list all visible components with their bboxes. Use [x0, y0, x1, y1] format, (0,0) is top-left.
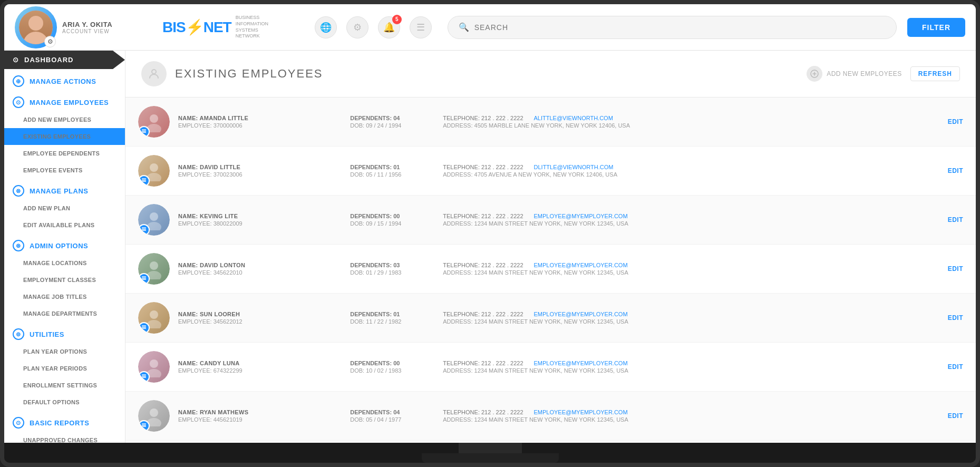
add-new-employees-button[interactable]: ADD NEW EMPLOYEES — [807, 66, 902, 82]
svg-rect-31 — [142, 375, 146, 376]
employee-telephone: TELEPHONE: 212 . 222 . 2222 — [443, 164, 523, 170]
svg-rect-14 — [142, 229, 146, 230]
employee-edit-button[interactable]: EDIT — [942, 265, 963, 273]
employee-contact-info: TELEPHONE: 212 . 222 . 2222 DLITTLE@VIEW… — [443, 164, 934, 178]
employee-contact-info: TELEPHONE: 212 . 222 . 2222 EMPLOYEE@MYE… — [443, 360, 934, 374]
employee-email[interactable]: EMPLOYEE@MYEMPLOYER.COM — [534, 360, 628, 366]
svg-rect-25 — [142, 328, 146, 329]
notification-icon[interactable]: 🔔 5 — [378, 16, 400, 38]
logo-subtitle: BUSINESS INFORMATION SYSTEMS NETWORK — [236, 15, 283, 40]
employee-badge-icon — [138, 322, 150, 334]
svg-rect-15 — [142, 230, 146, 231]
globe-icon[interactable]: 🌐 — [315, 16, 337, 38]
sidebar-label-utilities: UTILITIES — [30, 330, 64, 338]
employee-contact-line: TELEPHONE: 212 . 222 . 2222 EMPLOYEE@MYE… — [443, 262, 934, 268]
employee-edit-button[interactable]: EDIT — [942, 363, 963, 371]
sidebar-item-basic-reports[interactable]: ⊙ BASIC REPORTS — [4, 411, 125, 432]
employee-email[interactable]: DLITTLE@VIEWNORTH.COM — [534, 164, 614, 170]
sidebar-item-employee-dependents[interactable]: EMPLOYEE DEPENDENTS — [4, 145, 125, 162]
sidebar-item-manage-departments[interactable]: MANAGE DEPARTMENTS — [4, 305, 125, 322]
user-avatar[interactable]: ⚙ — [15, 6, 57, 48]
employee-name-info: NAME: DAVID LITTLE EMPLOYEE: 370023006 — [178, 164, 342, 178]
sidebar-item-enrollment-settings[interactable]: ENROLLMENT SETTINGS — [4, 377, 125, 394]
search-icon: 🔍 — [459, 22, 469, 32]
employee-edit-button[interactable]: EDIT — [942, 412, 963, 420]
employee-email[interactable]: ALITTLE@VIEWNORTH.COM — [534, 115, 613, 121]
logo-text: BIS⚡NET — [162, 18, 231, 36]
sidebar-item-dashboard[interactable]: ⊙ DASHBOARD — [4, 51, 125, 69]
sidebar-label-plan-year-options: PLAN YEAR OPTIONS — [23, 348, 87, 355]
sidebar-label-manage-employees: MANAGE EMPLOYEES — [30, 99, 109, 106]
employee-email[interactable]: EMPLOYEE@MYEMPLOYER.COM — [534, 311, 628, 317]
sidebar-item-manage-plans[interactable]: ⊗ MANAGE PLANS — [4, 179, 125, 200]
manage-actions-icon: ⊕ — [13, 75, 24, 87]
menu-icon[interactable]: ☰ — [410, 16, 432, 38]
employee-contact-line: TELEPHONE: 212 . 222 . 2222 EMPLOYEE@MYE… — [443, 409, 934, 415]
employee-dob: DOB: 09 / 24 / 1994 — [350, 122, 434, 129]
employee-contact-info: TELEPHONE: 212 . 222 . 2222 ALITTLE@VIEW… — [443, 115, 934, 129]
page-title-area: EXISTING EMPLOYEES — [141, 61, 323, 86]
employee-contact-line: TELEPHONE: 212 . 222 . 2222 DLITTLE@VIEW… — [443, 164, 934, 170]
sidebar-label-dashboard: DASHBOARD — [24, 56, 74, 64]
employee-id: EMPLOYEE: 370000006 — [178, 122, 342, 129]
refresh-button[interactable]: REFRESH — [910, 66, 960, 81]
search-input[interactable] — [474, 23, 886, 32]
employee-edit-button[interactable]: EDIT — [942, 167, 963, 174]
employee-contact-line: TELEPHONE: 212 . 222 . 2222 EMPLOYEE@MYE… — [443, 213, 934, 219]
employee-telephone: TELEPHONE: 212 . 222 . 2222 — [443, 409, 523, 415]
user-name: ARIA Y. OKITA — [62, 21, 112, 28]
svg-rect-16 — [142, 228, 146, 229]
svg-point-17 — [150, 261, 158, 270]
sidebar-item-manage-employees[interactable]: ⊙ MANAGE EMPLOYEES — [4, 90, 125, 111]
employee-id: EMPLOYEE: 370023006 — [178, 171, 342, 178]
sidebar-label-existing-employees: EXISTING EMPLOYEES — [23, 133, 91, 140]
employee-email[interactable]: EMPLOYEE@MYEMPLOYER.COM — [534, 409, 628, 415]
sidebar-item-existing-employees[interactable]: EXISTING EMPLOYEES — [4, 128, 125, 145]
svg-rect-34 — [142, 425, 146, 426]
sidebar-item-manage-actions[interactable]: ⊕ MANAGE ACTIONS — [4, 69, 125, 90]
employee-badge-icon — [138, 224, 150, 236]
sidebar-item-manage-job-titles[interactable]: MANAGE JOB TITLES — [4, 288, 125, 305]
employee-contact-line: TELEPHONE: 212 . 222 . 2222 EMPLOYEE@MYE… — [443, 311, 934, 317]
employee-contact-info: TELEPHONE: 212 . 222 . 2222 EMPLOYEE@MYE… — [443, 409, 934, 423]
employee-edit-button[interactable]: EDIT — [942, 118, 963, 125]
admin-options-icon: ⊛ — [13, 240, 24, 251]
employee-badge-icon — [138, 126, 150, 138]
sidebar-item-plan-year-periods[interactable]: PLAN YEAR PERIODS — [4, 360, 125, 377]
page-title: EXISTING EMPLOYEES — [175, 67, 323, 81]
sidebar-item-employment-classes[interactable]: EMPLOYMENT CLASSES — [4, 271, 125, 288]
sidebar-item-unapproved-changes[interactable]: UNAPPROVED CHANGES — [4, 432, 125, 443]
svg-point-2 — [150, 114, 158, 123]
settings-icon[interactable]: ⚙ — [346, 16, 368, 38]
filter-button[interactable]: FILTER — [907, 18, 965, 37]
svg-rect-4 — [142, 131, 146, 132]
employee-email[interactable]: EMPLOYEE@MYEMPLOYER.COM — [534, 262, 628, 268]
sidebar-label-admin-options: ADMIN OPTIONS — [30, 242, 88, 250]
employee-email[interactable]: EMPLOYEE@MYEMPLOYER.COM — [534, 213, 628, 219]
employee-dob: DOB: 05 / 04 / 1977 — [350, 416, 434, 423]
employee-dob: DOB: 05 / 11 / 1956 — [350, 171, 434, 178]
sidebar-item-manage-locations[interactable]: MANAGE LOCATIONS — [4, 255, 125, 271]
gear-icon[interactable]: ⚙ — [44, 36, 56, 47]
employee-edit-button[interactable]: EDIT — [942, 216, 963, 223]
employee-dependents: DEPENDENTS: 00 — [350, 213, 434, 219]
sidebar-item-edit-available-plans[interactable]: EDIT AVAILABLE PLANS — [4, 217, 125, 234]
employee-dependents-info: DEPENDENTS: 01 DOB: 05 / 11 / 1956 — [350, 164, 434, 178]
sidebar-label-plan-year-periods: PLAN YEAR PERIODS — [23, 365, 87, 372]
employee-edit-button[interactable]: EDIT — [942, 314, 963, 322]
sidebar-item-default-options[interactable]: DEFAULT OPTIONS — [4, 394, 125, 411]
sidebar-item-admin-options[interactable]: ⊛ ADMIN OPTIONS — [4, 234, 125, 255]
sidebar-item-add-new-employees[interactable]: ADD NEW EMPLOYEES — [4, 111, 125, 128]
employee-dependents-info: DEPENDENTS: 03 DOB: 01 / 29 / 1983 — [350, 262, 434, 276]
sidebar-item-employee-events[interactable]: EMPLOYEE EVENTS — [4, 162, 125, 179]
employee-name: NAME: KEVING LITE — [178, 213, 342, 219]
sidebar-item-add-new-plan[interactable]: ADD NEW PLAN — [4, 200, 125, 217]
employee-dependents: DEPENDENTS: 03 — [350, 262, 434, 268]
employee-address: ADDRESS: 1234 MAIN STREET NEW YORK, NEW … — [443, 367, 934, 374]
user-role: ACCOUNT VIEW — [62, 28, 112, 34]
sidebar-item-utilities[interactable]: ⊚ UTILITIES — [4, 322, 125, 343]
sidebar-item-plan-year-options[interactable]: PLAN YEAR OPTIONS — [4, 343, 125, 360]
employee-dob: DOB: 10 / 02 / 1983 — [350, 367, 434, 374]
employee-id: EMPLOYEE: 345622012 — [178, 318, 342, 325]
employee-id: EMPLOYEE: 345622010 — [178, 269, 342, 276]
